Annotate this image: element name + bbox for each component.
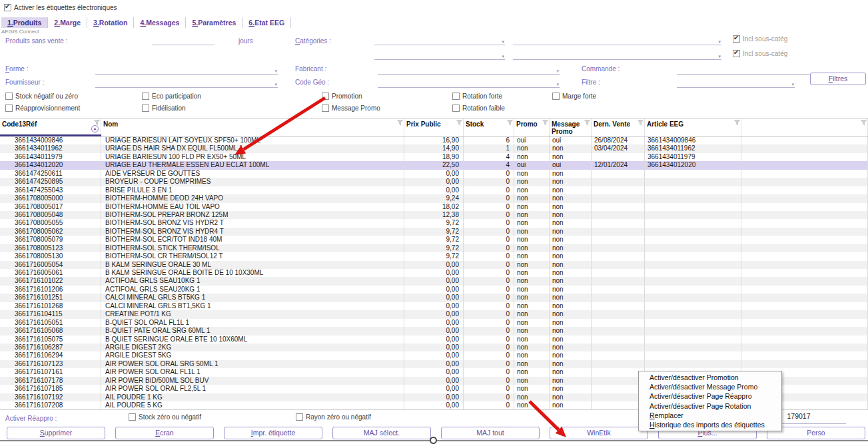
stock-zero-checkbox[interactable]: Stock zéro ou négatif	[129, 413, 201, 421]
column-header-empty[interactable]	[741, 118, 868, 136]
filter-funnel-icon[interactable]	[397, 120, 403, 127]
filtres-button[interactable]: Filtres	[810, 73, 866, 85]
table-row[interactable]: 3661716107123AIR POWER SOL ORAL SRG 50ML…	[0, 360, 868, 368]
table-row[interactable]: 3661716106294ARGILE DIGEST 5KG0,000nonno…	[0, 351, 868, 359]
menu-item-activer-d-sactiver-page-r-appro[interactable]: Activer/désactiver Page Réappro	[639, 391, 781, 401]
table-row[interactable]: 3661708005079BIOTHERM-SOL ECR/TOT IND18 …	[0, 236, 868, 244]
button-supprimer[interactable]: Supprimer	[7, 427, 105, 439]
cell-nom: AIR POWER SOL ORAL FL2,5L 1	[101, 385, 404, 393]
table-row[interactable]: 3661708005048BIOTHERM-SOL PREPAR BRONZ 1…	[0, 211, 868, 219]
code-geo-select[interactable]: ▾	[378, 77, 560, 88]
table-row[interactable]: 3661716005054B KALM SERINGUE ORALE 30 ML…	[0, 261, 868, 269]
table-row[interactable]: 3661474250895BROYEUR - COUPE COMPRIMES0,…	[0, 178, 868, 186]
table-row[interactable]: 3661708005000BIOTHERM-HOMME DEOD 24H VAP…	[0, 194, 868, 202]
table-row[interactable]: 3661716101268CALCI MINERAL GRLS BT1,5KG …	[0, 302, 868, 310]
fabricant-select[interactable]: ▾	[378, 64, 560, 75]
table-row[interactable]: 3661716105075B QUIET SERINGUE ORALE BTE …	[0, 335, 868, 343]
filter-funnel-icon[interactable]	[734, 120, 740, 127]
rotation-faible-checkbox[interactable]: Rotation faible	[452, 105, 505, 112]
column-header-dern-vente[interactable]: Dern. Vente	[592, 118, 645, 136]
table-row[interactable]: 3661708005130BIOTHERM-SOL CR THERM/ISOL1…	[0, 252, 868, 260]
cell-code13r-f: 3661716005054	[0, 261, 101, 269]
promotion-checkbox[interactable]: Promotion	[322, 93, 362, 100]
tab-5-param-tres[interactable]: 5.Paramètres	[186, 17, 242, 28]
activer-etiquettes-checkbox[interactable]: Activer les étiquettes électroniques	[4, 4, 117, 11]
menu-item-activer-d-sactiver-message-promo[interactable]: Activer/désactiver Message Promo	[639, 382, 781, 391]
fidelisation-checkbox[interactable]: Fidélisation	[142, 105, 186, 112]
cell-nom: ARGILE DIGEST 2KG	[101, 343, 404, 351]
cell-empty	[741, 335, 868, 343]
cell-prix-public: 16,90	[404, 136, 464, 144]
cell-message-promo: non	[550, 186, 592, 194]
menu-item-activer-d-sactiver-promotion[interactable]: Activer/désactiver Promotion	[639, 373, 781, 382]
table-row[interactable]: 3661716105068B-QUIET PATE ORAL SRG 60ML …	[0, 327, 868, 335]
table-row[interactable]: 3661434011962URIAGE DS HAIR SHA DX EQUIL…	[0, 144, 868, 152]
splitter-handle[interactable]	[430, 437, 437, 444]
fournisseur-select[interactable]: ▾	[95, 77, 278, 88]
column-header-stock[interactable]: Stock	[464, 118, 514, 136]
table-row[interactable]: 3661708005123BIOTHERM-SOL STICK THERM/IS…	[0, 244, 868, 252]
incl-sous-categ-checkbox-1[interactable]: Incl sous-catég	[733, 35, 787, 43]
plus-context-menu: Activer/désactiver PromotionActiver/désa…	[638, 371, 782, 431]
tab-2-marge[interactable]: 2.Marge	[48, 17, 87, 28]
tab-6-etat-eeg[interactable]: 6.Etat EEG	[242, 17, 291, 28]
table-row[interactable]: 3661474255043BRISE PILULE 3 EN 10,000non…	[0, 186, 868, 194]
button-impr-tiquette[interactable]: Impr. étiquette	[224, 427, 322, 439]
table-row[interactable]: 3661716106287ARGILE DIGEST 2KG0,000nonno…	[0, 343, 868, 351]
filter-funnel-icon[interactable]	[542, 120, 548, 127]
tab-1-produits[interactable]: 1.Produits	[1, 17, 48, 28]
filter-funnel-icon[interactable]	[584, 120, 590, 127]
table-row[interactable]: 3661716101206ACTIFOAL GRLS SEAU20KG 10,0…	[0, 286, 868, 294]
menu-item-historique-des-imports-des-tiquettes[interactable]: Historique des imports des étiquettes	[639, 420, 781, 429]
button-ecran[interactable]: Ecran	[115, 427, 214, 439]
table-row[interactable]: 3661434011979URIAGE BARIESUN 100 FLD PR …	[0, 153, 868, 161]
table-row[interactable]: 3661716005061B KALM SERINGUE ORALE BOITE…	[0, 269, 868, 277]
table-row[interactable]: 3661716105051B-QUIET SOL ORAL FL1L 10,00…	[0, 319, 868, 327]
table-row[interactable]: 3661434009846URIAGE BARIESUN LAIT SOYEUX…	[0, 136, 868, 144]
table-row[interactable]: 3661474250611AIDE VERSEUR DE GOUTTES0,00…	[0, 170, 868, 178]
categorie-level1-select[interactable]: ▾	[374, 35, 505, 45]
table-row[interactable]: 3661708005017BIOTHERM-HOMME EAU TOIL VAP…	[0, 203, 868, 211]
tab-4-messages[interactable]: 4.Messages	[134, 17, 186, 28]
table-row[interactable]: 3661716101022ACTIFOAL GRLS SEAU10KG 10,0…	[0, 277, 868, 285]
table-row[interactable]: 3661716101251CALCI MINERAL GRLS BT5KG 10…	[0, 294, 868, 302]
button-winetik[interactable]: WinEtik	[550, 427, 648, 439]
filter-funnel-icon[interactable]	[638, 120, 644, 127]
tab-3-rotation[interactable]: 3.Rotation	[87, 17, 134, 28]
column-header-prix-public[interactable]: Prix Public	[404, 118, 464, 136]
column-header-article-eeg[interactable]: Article EEG	[645, 118, 741, 136]
table-row[interactable]: 3661708005055BIOTHERM-SOL BRONZ VIS HYDR…	[0, 219, 868, 227]
table-row[interactable]: 3661716104115CREATINE POT/1 KG0,000nonno…	[0, 310, 868, 318]
button-maj-s-lect[interactable]: MAJ sélect.	[332, 427, 431, 439]
reapprovisionnement-checkbox[interactable]: Réapprovisionnement	[5, 105, 80, 112]
menu-item-remplacer[interactable]: Remplacer	[639, 411, 781, 420]
button-maj-tout[interactable]: MAJ tout	[441, 427, 540, 439]
message-promo-checkbox[interactable]: Message Promo	[322, 105, 380, 112]
forme-select[interactable]: ▾	[95, 64, 278, 75]
chevron-down-icon: ▾	[502, 39, 504, 44]
incl-sous-categ-checkbox-2[interactable]: Incl sous-catég	[733, 50, 787, 57]
cell-nom: B QUIET SERINGUE ORALE BTE 10 10X60ML	[101, 335, 404, 343]
table-row[interactable]: 3661434012020URIAGE EAU THERMALE ESSEN E…	[0, 161, 868, 169]
eco-participation-checkbox[interactable]: Eco participation	[142, 93, 201, 100]
filter-funnel-icon[interactable]	[507, 120, 513, 127]
categorie-value1-select[interactable]: ▾	[513, 35, 721, 45]
table-row[interactable]: 3661708005062BIOTHERM-SOL BRONZ VIS HYDR…	[0, 228, 868, 236]
categorie-value2-select[interactable]: ▾	[513, 49, 721, 60]
filter-funnel-icon[interactable]	[861, 120, 867, 127]
column-header-promo[interactable]: Promo	[514, 118, 550, 136]
stock-negatif-checkbox[interactable]: Stock négatif ou zéro	[5, 93, 78, 100]
sort-ascending-icon[interactable]: ▲	[91, 125, 99, 132]
filtre-select[interactable]: ▾	[677, 77, 795, 88]
rayon-zero-checkbox[interactable]: Rayon zéro ou négatif	[296, 413, 371, 421]
column-header-code13r-f[interactable]: Code13Réf▲	[0, 118, 101, 136]
commande-label: Commande :	[582, 65, 620, 73]
filter-funnel-icon[interactable]	[456, 120, 462, 127]
menu-item-activer-d-sactiver-page-rotation[interactable]: Activer/désactiver Page Rotation	[639, 401, 781, 411]
marge-forte-checkbox[interactable]: Marge forte	[552, 93, 596, 100]
column-header-message-promo[interactable]: Message Promo	[550, 118, 592, 136]
column-header-nom[interactable]: Nom	[101, 118, 404, 136]
produits-sans-vente-input[interactable]	[152, 35, 215, 45]
categorie-level2-select[interactable]: ▾	[374, 49, 505, 60]
rotation-forte-checkbox[interactable]: Rotation forte	[452, 93, 502, 100]
